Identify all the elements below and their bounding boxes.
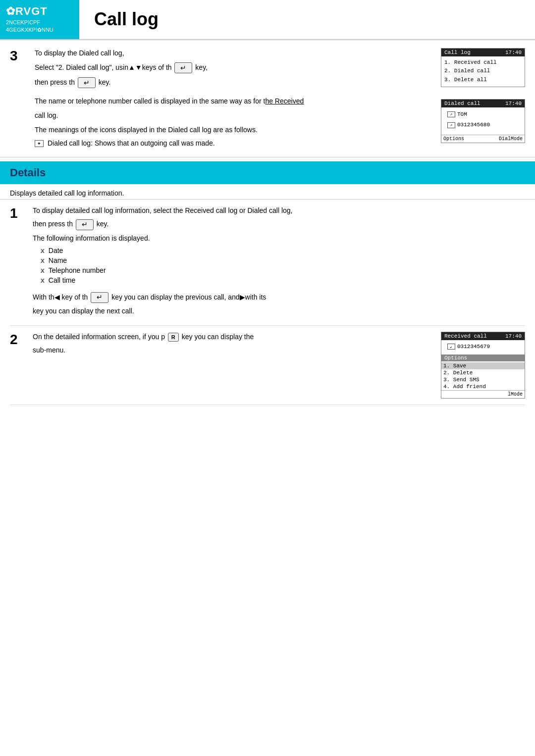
phone2-body: ↗ TOM ↗ 0312345680 [441,107,525,133]
phone2-footer: Options DialMode [441,135,525,143]
dialed-log-icon: ✦ [35,140,44,147]
phone3-header-right: 17:40 [505,333,522,339]
phone3-options-bar: Options [441,354,525,361]
phone2-row1: ↗ TOM [444,109,522,120]
brand-name: ✿RVGT [6,5,73,18]
step2-prefix: Select "2. Dialed call log", usin▲▼keys … [35,63,172,71]
phone-panel-step2: Received call 17:40 ↙ 0312345679 Options… [441,332,525,399]
phone-screen-received-detail: Received call 17:40 ↙ 0312345679 Options… [441,332,525,399]
phone2-header-right: 17:40 [505,101,522,106]
step3-suffix: key. [99,78,111,86]
x-marker-date: x [41,247,45,254]
detail-step2-number: 2 [10,332,25,399]
phone1-header-right: 17:40 [505,50,522,55]
phone2-number: 0312345680 [457,121,490,130]
phone2-header: Dialed call 17:40 [441,100,525,107]
section-3-content: To display the Dialed call log, Select "… [35,48,431,150]
step1-text4-suffix: key you can display the previous call, a… [111,293,266,301]
detail-step-1: 1 To display detailed call log informati… [10,200,525,326]
x-marker-calltime: x [41,276,45,284]
step1-nav-text: With th◀ key of th ↵ key you can display… [33,292,525,303]
details-title: Details [10,166,46,179]
detail-step2-content: On the detailed information screen, if y… [33,332,433,399]
step2-text1-prefix: On the detailed information screen, if y… [33,333,165,341]
phone3-footer-right: lMode [508,392,523,397]
phone3-header-left: Received call [444,333,487,339]
enter-key-icon4: ↵ [91,292,108,303]
phone2-footer-right: DialMode [499,136,523,142]
step3-prefix: then press th [35,78,75,86]
list-item-date: x Date [41,247,525,254]
outgoing-call-icon2: ↗ [447,122,455,128]
phone2-footer-left: Options [443,136,464,142]
phone-screen-calllog: Call log 17:40 1. Received call 2. Diale… [441,48,525,87]
page-header: ✿RVGT 2NCEKPICPF 4GEGKXKPI✿NNU Call log [0,0,535,40]
phone3-body: ↙ 0312345679 [441,340,525,353]
step2-suffix: key, [195,63,208,71]
phone3-footer: lMode [441,390,525,398]
list-telephone: Telephone number [49,266,106,274]
list-item-telephone: x Telephone number [41,266,525,274]
step1-text5: key you can display the next call. [33,306,525,316]
note1-main: The name or telephone number called is d… [35,97,265,105]
step1-text2-prefix: then press th [33,220,73,228]
list-name: Name [49,256,67,264]
note1-continued: call log. [35,110,431,121]
list-item-name: x Name [41,256,525,264]
detail-step1-content: To display detailed call log information… [33,205,525,319]
list-item-calltime: x Call time [41,276,525,284]
phone1-item1: 1. Received call [444,58,522,67]
page-title: Call log [79,0,535,39]
phone2-header-left: Dialed call [444,101,481,106]
phone3-header: Received call 17:40 [441,332,525,340]
header-subtitle: 2NCEKPICPF 4GEGKXKPI✿NNU [6,19,73,34]
phone3-number-row: ↙ 0312345679 [444,341,522,353]
phone3-menu-item3: 3. Send SMS [441,376,525,383]
phone3-menu-item4: 4. Add friend [441,383,525,390]
note1-underline: he Received [265,97,304,105]
bullet1-text: Dialed call log: Shows that an outgoing … [48,139,215,147]
step2-text: Select "2. Dialed call log", usin▲▼keys … [35,62,431,73]
phone-screen-dialedcall: Dialed call 17:40 ↗ TOM ↗ 0312345680 Opt… [441,99,525,143]
step1-text2-suffix: key. [97,220,109,228]
bullet-row-1: ✦ Dialed call log: Shows that an outgoin… [35,139,431,147]
phone-screen-calllog-header: Call log 17:40 [441,49,525,56]
step1-text: To display the Dialed call log, [35,48,431,58]
note2-text: The meanings of the icons displayed in t… [35,125,431,135]
phone1-item2: 2. Dialed call [444,67,522,76]
section-number-3: 3 [10,48,25,150]
phone2-row2: ↗ 0312345680 [444,120,522,131]
phone-panel-section3: Call log 17:40 1. Received call 2. Diale… [441,48,525,150]
step1-detail-text2: then press th ↵ key. [33,219,525,230]
step2-submenu-text: sub-menu. [33,345,433,355]
section-3: 3 To display the Dialed call log, Select… [0,40,535,158]
detail-step1-number: 1 [10,205,25,319]
phone1-item3: 3. Delete all [444,76,522,85]
phone3-number: 0312345679 [457,342,490,352]
step2-detail-text: On the detailed information screen, if y… [33,332,433,342]
list-calltime: Call time [49,276,75,284]
x-marker-name: x [41,256,45,264]
list-date: Date [49,247,63,254]
subtitle-line1: 2NCEKPICPF [6,19,40,25]
step1-text4-prefix: With th◀ key of th [33,293,88,301]
detail-step-2: 2 On the detailed information screen, if… [10,326,525,405]
x-marker-telephone: x [41,266,45,274]
phone2-name: TOM [457,110,467,119]
step2-text1-suffix: key you can display the [182,333,254,341]
details-intro-text: Displays detailed call log information. [10,189,124,197]
details-intro: Displays detailed call log information. [0,184,535,200]
enter-key-icon3: ↵ [76,219,94,230]
enter-key-icon: ↵ [174,62,192,73]
subtitle-line2: 4GEGKXKPI✿NNU [6,27,54,33]
outgoing-call-icon1: ↗ [447,111,455,117]
details-section-header: Details [0,161,535,184]
details-steps: 1 To display detailed call log informati… [0,200,535,404]
enter-key-icon2: ↵ [78,77,96,88]
step3-text: then press th ↵ key. [35,77,431,88]
incoming-call-icon: ↙ [447,344,455,350]
phone3-menu-item1: 1. Save [441,362,525,369]
phone3-menu-item2: 2. Delete [441,369,525,376]
r-key-icon: R [168,333,179,342]
phone1-header-left: Call log [444,50,471,55]
